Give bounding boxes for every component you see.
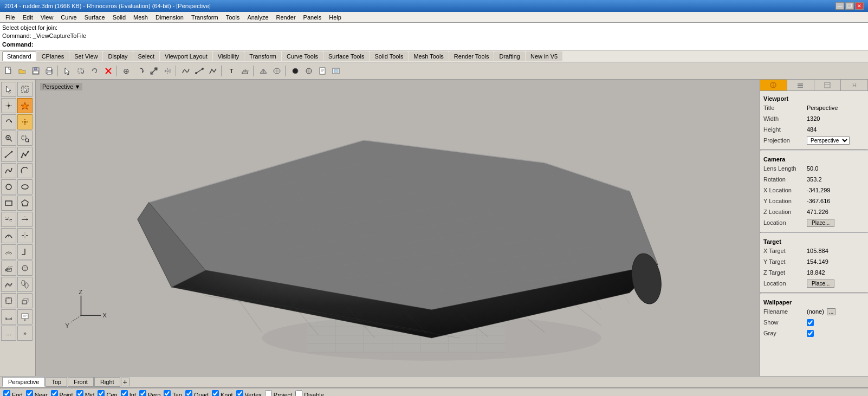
- menu-transform[interactable]: Transform: [188, 14, 222, 21]
- trim-tool[interactable]: [1, 212, 16, 227]
- curve-draw-tool[interactable]: [1, 163, 16, 178]
- rp-wallpaper-browse-button[interactable]: ...: [827, 308, 835, 315]
- viewport[interactable]: Perspective ▼: [36, 80, 760, 376]
- viewport-label[interactable]: Perspective ▼: [40, 83, 82, 90]
- rotate-view-tool[interactable]: [1, 114, 16, 129]
- osnap-quad[interactable]: Quad: [185, 390, 209, 396]
- menu-edit[interactable]: Edit: [20, 14, 36, 21]
- polygon-tool[interactable]: [17, 196, 33, 211]
- ellipse-tool[interactable]: [17, 179, 33, 194]
- close-button[interactable]: ✕: [855, 2, 864, 10]
- tab-select[interactable]: Select: [133, 51, 160, 61]
- command-input[interactable]: [33, 41, 866, 48]
- menu-help[interactable]: Help: [326, 14, 345, 21]
- osnap-end[interactable]: End: [3, 390, 23, 396]
- scale-icon[interactable]: [147, 64, 160, 77]
- select-tool[interactable]: [1, 82, 16, 97]
- line-icon[interactable]: [193, 64, 206, 77]
- tab-viewport-layout[interactable]: Viewport Layout: [160, 51, 212, 61]
- print-icon[interactable]: [43, 64, 56, 77]
- restore-button[interactable]: ❐: [845, 2, 854, 10]
- zoom-tool[interactable]: [1, 131, 16, 146]
- mesh-icon[interactable]: [257, 64, 270, 77]
- extend-tool[interactable]: [17, 212, 33, 227]
- menu-dimension[interactable]: Dimension: [152, 14, 187, 21]
- tab-solid-tools[interactable]: Solid Tools: [370, 51, 408, 61]
- extrude-tool[interactable]: [17, 293, 33, 308]
- rp-show-checkbox[interactable]: [807, 319, 814, 326]
- print-preview-icon[interactable]: [316, 64, 329, 77]
- surface-from-curves-tool[interactable]: [1, 277, 16, 292]
- osnap-project[interactable]: Project: [265, 390, 292, 396]
- menu-panels[interactable]: Panels: [300, 14, 325, 21]
- osnap-tan[interactable]: Tan: [164, 390, 182, 396]
- annotation-tool[interactable]: [17, 309, 33, 324]
- vp-tab-front[interactable]: Front: [68, 377, 94, 387]
- screenshot-icon[interactable]: [329, 64, 342, 77]
- open-icon[interactable]: [16, 64, 29, 77]
- fillet-tool[interactable]: [17, 244, 33, 259]
- offset-tool[interactable]: [1, 244, 16, 259]
- tab-transform[interactable]: Transform: [244, 51, 281, 61]
- deselect-icon[interactable]: [102, 64, 115, 77]
- menu-file[interactable]: File: [2, 14, 18, 21]
- wireframe-icon[interactable]: [302, 64, 315, 77]
- rp-tab-properties[interactable]: [760, 80, 787, 90]
- tab-display[interactable]: Display: [103, 51, 132, 61]
- menu-render[interactable]: Render: [273, 14, 299, 21]
- text-icon[interactable]: T: [225, 64, 238, 77]
- sphere-tool[interactable]: [17, 261, 33, 276]
- rp-cam-place-button[interactable]: Place...: [807, 219, 834, 227]
- minimize-button[interactable]: —: [835, 2, 844, 10]
- nurbs-icon[interactable]: [270, 64, 283, 77]
- polyline-draw-tool[interactable]: [17, 147, 33, 162]
- osnap-disable[interactable]: Disable: [295, 390, 324, 396]
- rp-projection-select[interactable]: Perspective Parallel: [807, 137, 850, 145]
- rp-tab-display[interactable]: [814, 80, 841, 90]
- vp-tab-right[interactable]: Right: [94, 377, 120, 387]
- more-tool[interactable]: …: [1, 326, 16, 341]
- circle-tool[interactable]: [1, 179, 16, 194]
- line-draw-tool[interactable]: [1, 147, 16, 162]
- menu-tools[interactable]: Tools: [223, 14, 243, 21]
- vp-tab-perspective[interactable]: Perspective: [2, 377, 45, 387]
- menu-solid[interactable]: Solid: [109, 14, 129, 21]
- osnap-knot[interactable]: Knot: [212, 390, 233, 396]
- lasso-select-icon[interactable]: [88, 64, 101, 77]
- menu-analyze[interactable]: Analyze: [244, 14, 271, 21]
- tab-mesh-tools[interactable]: Mesh Tools: [409, 51, 448, 61]
- box-tool[interactable]: [1, 261, 16, 276]
- osnap-vertex[interactable]: Vertex: [236, 390, 262, 396]
- tab-render-tools[interactable]: Render Tools: [449, 51, 494, 61]
- zoom-window-tool[interactable]: [17, 131, 33, 146]
- join-tool[interactable]: [1, 228, 16, 243]
- curve-icon[interactable]: [179, 64, 192, 77]
- rp-tab-layers[interactable]: [787, 80, 814, 90]
- mirror-icon[interactable]: [161, 64, 174, 77]
- rp-tgt-place-button[interactable]: Place...: [807, 280, 834, 288]
- select-icon[interactable]: [61, 64, 74, 77]
- rp-gray-checkbox[interactable]: [807, 330, 814, 337]
- tab-standard[interactable]: Standard: [2, 51, 36, 61]
- render-sphere-icon[interactable]: [289, 64, 302, 77]
- osnap-near[interactable]: Near: [26, 390, 48, 396]
- dim-tool[interactable]: [1, 309, 16, 324]
- polyline-icon[interactable]: [206, 64, 219, 77]
- dimension-icon[interactable]: dim: [238, 64, 251, 77]
- save-icon[interactable]: [29, 64, 42, 77]
- select-all-tool[interactable]: [17, 82, 33, 97]
- window-select-icon[interactable]: [75, 64, 88, 77]
- expand-tool[interactable]: »: [17, 326, 33, 341]
- pan-tool[interactable]: [17, 114, 33, 129]
- menu-curve[interactable]: Curve: [57, 14, 80, 21]
- menu-surface[interactable]: Surface: [81, 14, 108, 21]
- arc-tool[interactable]: [17, 163, 33, 178]
- vp-tab-add[interactable]: +: [121, 378, 129, 386]
- snap-tool[interactable]: [17, 98, 33, 113]
- tab-cplanes[interactable]: CPlanes: [37, 51, 69, 61]
- tab-new-v5[interactable]: New in V5: [526, 51, 562, 61]
- vp-tab-top[interactable]: Top: [46, 377, 67, 387]
- new-icon[interactable]: [2, 64, 15, 77]
- tab-setview[interactable]: Set View: [69, 51, 102, 61]
- move-face-tool[interactable]: [1, 293, 16, 308]
